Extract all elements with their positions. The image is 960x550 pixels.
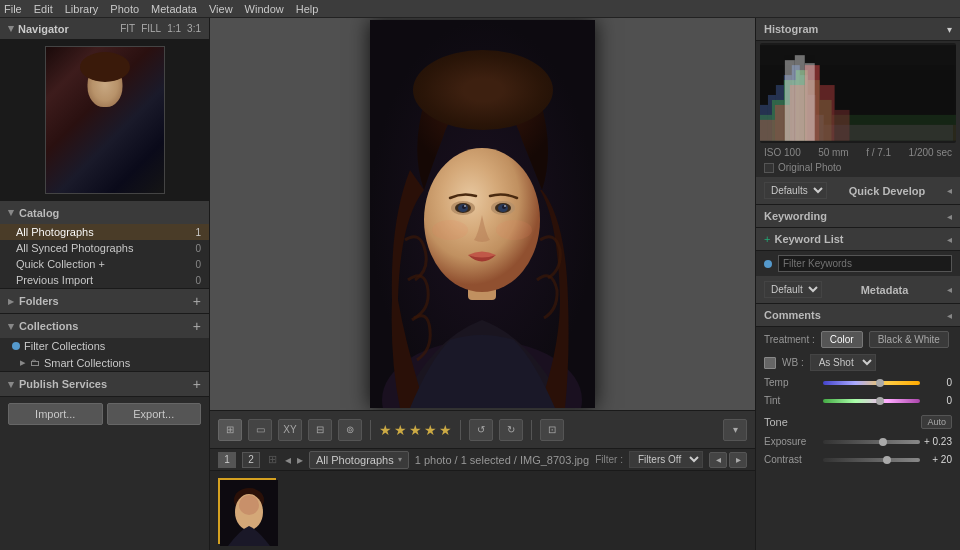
collections-add-button[interactable]: + — [193, 319, 201, 333]
filter-left-btn[interactable]: ◂ — [709, 452, 727, 468]
zoom-fit[interactable]: FIT — [120, 23, 135, 34]
collections-title: Collections — [8, 320, 78, 333]
filmstrip-next-button[interactable]: ▸ — [297, 453, 303, 467]
catalog-title: Catalog — [8, 206, 59, 219]
filmstrip-prev-button[interactable]: ◂ — [285, 453, 291, 467]
publish-actions: Import... Export... — [0, 397, 209, 431]
publish-services-header[interactable]: Publish Services + — [0, 372, 209, 396]
contrast-row: Contrast + 20 — [756, 452, 960, 467]
zoom-fill[interactable]: FILL — [141, 23, 161, 34]
collections-smart-item[interactable]: 🗀 Smart Collections — [0, 354, 209, 371]
navigator-thumbnail — [45, 46, 165, 194]
comments-title: Comments — [764, 309, 821, 321]
zoom-3-1[interactable]: 3:1 — [187, 23, 201, 34]
exposure-slider[interactable] — [823, 440, 920, 444]
navigator-preview[interactable] — [0, 40, 209, 200]
image-area[interactable] — [210, 18, 755, 410]
quick-develop-preset-dropdown[interactable]: Defaults — [764, 182, 827, 199]
svg-rect-45 — [795, 55, 805, 141]
histogram-header[interactable]: Histogram — [756, 18, 960, 41]
keyword-list-header[interactable]: + Keyword List ◂ — [756, 228, 960, 251]
comments-collapse-icon: ◂ — [947, 310, 952, 321]
temp-row: Temp 0 — [756, 375, 960, 390]
original-photo-checkbox[interactable] — [764, 163, 774, 173]
filter-right-btn[interactable]: ▸ — [729, 452, 747, 468]
smart-collections-expand-icon — [20, 356, 26, 369]
quick-develop-title-group: Defaults — [764, 182, 827, 199]
filmstrip-thumbs — [210, 471, 755, 550]
star-4[interactable]: ★ — [424, 422, 437, 438]
comments-header[interactable]: Comments ◂ — [756, 304, 960, 327]
catalog-item-all[interactable]: All Photographs 1 — [0, 224, 209, 240]
color-treatment-button[interactable]: Color — [821, 331, 863, 348]
histogram-area — [760, 43, 956, 143]
export-button[interactable]: Export... — [107, 403, 202, 425]
collections-section: Collections + Filter Collections 🗀 Smart… — [0, 314, 209, 372]
tint-slider[interactable] — [823, 399, 920, 403]
folders-header[interactable]: Folders + — [0, 289, 209, 313]
keywording-header[interactable]: Keywording ◂ — [756, 205, 960, 228]
navigator-label: Navigator — [18, 23, 69, 35]
svg-rect-43 — [850, 125, 956, 141]
star-5[interactable]: ★ — [439, 422, 452, 438]
menu-photo[interactable]: Photo — [110, 3, 139, 15]
wb-dropdown[interactable]: As Shot — [810, 354, 876, 371]
menu-edit[interactable]: Edit — [34, 3, 53, 15]
crop-button[interactable]: ⊡ — [540, 419, 564, 441]
menu-help[interactable]: Help — [296, 3, 319, 15]
filmstrip-thumb-1[interactable] — [218, 478, 276, 544]
source-selector[interactable]: All Photographs ▾ — [309, 451, 409, 469]
menu-window[interactable]: Window — [245, 3, 284, 15]
keywording-collapse-icon: ◂ — [947, 211, 952, 222]
view-loupe-button[interactable]: ▭ — [248, 419, 272, 441]
toolbar-sep-1 — [370, 420, 371, 440]
metadata-preset-dropdown[interactable]: Default — [764, 281, 822, 298]
menu-library[interactable]: Library — [65, 3, 99, 15]
thumbnail-container-1 — [218, 478, 276, 544]
quick-develop-header[interactable]: Defaults Quick Develop ◂ — [756, 177, 960, 205]
catalog-item-quick[interactable]: Quick Collection + 0 — [0, 256, 209, 272]
view-people-button[interactable]: ⊚ — [338, 419, 362, 441]
filter-dropdown[interactable]: Filters Off — [629, 451, 703, 468]
metadata-title: Metadata — [861, 284, 909, 296]
collections-filter-item[interactable]: Filter Collections — [0, 338, 209, 354]
menu-metadata[interactable]: Metadata — [151, 3, 197, 15]
folders-add-button[interactable]: + — [193, 294, 201, 308]
menu-file[interactable]: File — [4, 3, 22, 15]
view-compare-button[interactable]: XY — [278, 419, 302, 441]
keyword-list-icon: + — [764, 233, 770, 245]
rotate-left-button[interactable]: ↺ — [469, 419, 493, 441]
contrast-slider[interactable] — [823, 458, 920, 462]
catalog-item-previous[interactable]: Previous Import 0 — [0, 272, 209, 288]
star-1[interactable]: ★ — [379, 422, 392, 438]
catalog-item-synced[interactable]: All Synced Photographs 0 — [0, 240, 209, 256]
view-grid-button[interactable]: ⊞ — [218, 419, 242, 441]
catalog-header[interactable]: Catalog — [0, 201, 209, 224]
thumb-svg — [220, 480, 278, 546]
temp-slider[interactable] — [823, 381, 920, 385]
publish-add-button[interactable]: + — [193, 377, 201, 391]
keyword-filter-input[interactable] — [778, 255, 952, 272]
rotate-right-button[interactable]: ↻ — [499, 419, 523, 441]
exposure-label: Exposure — [764, 436, 819, 447]
auto-tone-button[interactable]: Auto — [921, 415, 952, 429]
navigator-section: Navigator FIT FILL 1:1 3:1 — [0, 18, 209, 201]
tone-label: Tone — [764, 416, 788, 428]
treatment-row: Treatment : Color Black & White — [756, 327, 960, 352]
view-survey-button[interactable]: ⊟ — [308, 419, 332, 441]
import-button[interactable]: Import... — [8, 403, 103, 425]
menu-view[interactable]: View — [209, 3, 233, 15]
bw-treatment-button[interactable]: Black & White — [869, 331, 949, 348]
wb-picker-icon[interactable] — [764, 357, 776, 369]
metadata-header[interactable]: Default Metadata ◂ — [756, 276, 960, 304]
zoom-1-1[interactable]: 1:1 — [167, 23, 181, 34]
keyword-list-title: Keyword List — [774, 233, 843, 245]
filmstrip-view-2[interactable]: 2 — [242, 452, 260, 468]
collections-header[interactable]: Collections + — [0, 314, 209, 338]
filmstrip-view-1[interactable]: 1 — [218, 452, 236, 468]
filmstrip-info: 1 photo / 1 selected / IMG_8703.jpg — [415, 454, 590, 466]
toolbar-sep-3 — [531, 420, 532, 440]
toolbar-menu-button[interactable]: ▾ — [723, 419, 747, 441]
star-2[interactable]: ★ — [394, 422, 407, 438]
star-3[interactable]: ★ — [409, 422, 422, 438]
